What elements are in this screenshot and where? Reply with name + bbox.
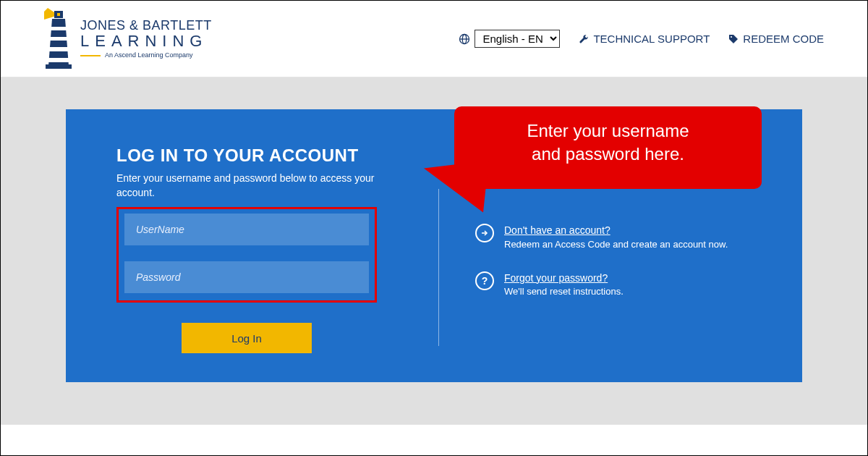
login-form-section: LOG IN TO YOUR ACCOUNT Enter your userna… xyxy=(116,145,402,353)
svg-rect-8 xyxy=(46,64,72,69)
logo-tagline: An Ascend Learning Company xyxy=(80,52,212,59)
callout-line1: Enter your username xyxy=(469,119,747,143)
svg-rect-7 xyxy=(48,58,69,62)
main-area: LOG IN TO YOUR ACCOUNT Enter your userna… xyxy=(1,77,867,450)
logo-line2: LEARNING xyxy=(80,33,212,49)
callout-tail-icon xyxy=(420,154,488,213)
login-panel: LOG IN TO YOUR ACCOUNT Enter your userna… xyxy=(66,109,802,382)
password-input[interactable] xyxy=(124,261,369,293)
header: JONES & BARTLETT LEARNING An Ascend Lear… xyxy=(1,1,867,77)
vertical-divider xyxy=(438,189,439,346)
callout-line2: and password here. xyxy=(469,143,747,166)
login-subtitle: Enter your username and password below t… xyxy=(116,172,377,200)
language-selector[interactable]: English - EN xyxy=(459,30,560,48)
redeem-code-label: REDEEM CODE xyxy=(743,33,824,45)
logo-line1: JONES & BARTLETT xyxy=(80,19,212,32)
no-account-item: Don't have an account? Redeem an Access … xyxy=(475,224,759,251)
redeem-code-link[interactable]: REDEEM CODE xyxy=(728,33,824,45)
language-select[interactable]: English - EN xyxy=(475,30,560,48)
lighthouse-icon xyxy=(44,8,73,69)
no-account-link[interactable]: Don't have an account? xyxy=(504,224,728,238)
credentials-highlight xyxy=(116,207,377,303)
technical-support-label: TECHNICAL SUPPORT xyxy=(593,33,710,45)
svg-point-12 xyxy=(731,35,732,37)
question-icon: ? xyxy=(475,271,494,290)
forgot-password-item: ? Forgot your password? We'll send reset… xyxy=(475,271,759,299)
logo-text: JONES & BARTLETT LEARNING An Ascend Lear… xyxy=(80,19,212,59)
no-account-desc: Redeem an Access Code and create an acco… xyxy=(504,238,728,251)
svg-rect-4 xyxy=(50,27,67,30)
technical-support-link[interactable]: TECHNICAL SUPPORT xyxy=(579,33,710,45)
username-input[interactable] xyxy=(124,214,369,245)
login-button[interactable]: Log In xyxy=(182,323,312,353)
tag-icon xyxy=(728,34,739,44)
annotation-callout: Enter your username and password here. xyxy=(454,106,762,189)
globe-icon xyxy=(459,33,470,45)
forgot-password-link[interactable]: Forgot your password? xyxy=(504,271,624,286)
svg-rect-5 xyxy=(49,37,68,41)
login-title: LOG IN TO YOUR ACCOUNT xyxy=(116,145,402,166)
svg-rect-2 xyxy=(57,13,60,16)
footer-strip xyxy=(1,424,867,450)
forgot-password-desc: We'll send reset instructions. xyxy=(504,285,624,298)
arrow-right-icon xyxy=(475,224,494,242)
svg-rect-6 xyxy=(48,47,69,51)
logo: JONES & BARTLETT LEARNING An Ascend Lear… xyxy=(44,8,212,69)
header-right: English - EN TECHNICAL SUPPORT REDEEM CO… xyxy=(459,30,824,48)
wrench-icon xyxy=(579,34,589,44)
